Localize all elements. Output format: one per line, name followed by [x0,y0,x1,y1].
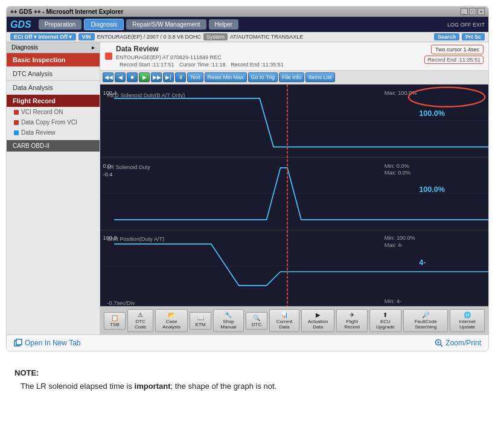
svg-text:LR Solenoid Duty: LR Solenoid Duty [107,164,150,170]
prev-button[interactable]: ◀ [115,72,126,82]
svg-text:4-: 4- [419,258,426,267]
ecu-upgrade-icon: ⬆ [383,312,388,318]
close-button[interactable]: × [477,8,485,15]
logout-text[interactable]: LOG OFF EXIT [447,22,485,28]
items-list-button[interactable]: Items List [305,72,335,82]
maximize-button[interactable]: □ [469,8,476,15]
svg-text:-0.7sec/Div: -0.7sec/Div [107,300,135,306]
window-title: ++ GDS ++ - Microsoft Internet Explorer [10,8,123,15]
current-data-button[interactable]: 📊 Current Data [269,309,299,332]
sidebar-item-vci-record[interactable]: VCI Record ON [7,107,100,117]
file-info-button[interactable]: File Info [279,72,304,82]
nav-tab-helper[interactable]: Helper [209,19,238,30]
vin-button[interactable]: VIN [78,33,95,40]
sidebar-flight-record: Flight Record [7,95,100,107]
sidebar-item-basic-inspection[interactable]: Basic Inspection [7,53,100,67]
data-review-title: Data Review [116,45,284,53]
svg-text:Min: 0.0%: Min: 0.0% [385,163,409,169]
svg-text:Min: 100.0%: Min: 100.0% [385,235,415,241]
content-area: Data Review ENTOURAGE(EP) AT 070629-1118… [100,42,488,334]
sidebar-header: Diagnosis ▸ [7,42,100,53]
tsb-icon: 📋 [111,315,118,321]
svg-text:Max: 0.0%: Max: 0.0% [385,170,410,176]
note-text: The LR solenoid elapsed time is importan… [14,380,481,392]
data-review-right: Two cursor 1.4sec Record End :11:35:51 [424,45,484,64]
pause-button[interactable]: ⏸ [175,72,186,82]
zoom-print-icon [435,339,443,347]
svg-text:Min: 4-: Min: 4- [385,298,401,304]
graph-svg: RED Solenoid Duty(B A/T Only) 100.4 Max:… [100,85,488,306]
flight-record-button[interactable]: ✈ Flight Record [336,309,367,332]
carb-obd-label: CARB OBD-II [7,140,100,152]
nav-tab-management[interactable]: Repair/S/W Management [126,19,206,30]
current-data-icon: 📊 [281,312,288,318]
svg-text:100.4: 100.4 [103,90,117,96]
nav-tab-preparation[interactable]: Preparation [39,19,82,30]
actuation-data-icon: ▶ [316,312,321,318]
reset-min-max-button[interactable]: Reset Min Max [205,72,247,82]
fast-forward-button[interactable]: ▶▶ [151,72,162,82]
sidebar-item-data-analysis[interactable]: Data Analysis [7,81,100,95]
window-titlebar: ++ GDS ++ - Microsoft Internet Explorer … [7,7,488,17]
data-review-times: Record Start :11:17:51 Cursor Time :11:1… [116,62,284,68]
sub-nav: ECI Off ▾ Internet Off ▾ VIN ENTOURAGE(E… [7,32,488,42]
graph-container: RED Solenoid Duty(B A/T Only) 100.4 Max:… [100,85,488,306]
note-section: NOTE: The LR solenoid elapsed time is im… [6,361,489,398]
skip-back-button[interactable]: ◀◀ [103,72,113,82]
internet-update-button[interactable]: 🌐 Internet Update [450,309,485,332]
tsb-button[interactable]: 📋 TSB [104,312,126,330]
print-button[interactable]: Prt Sc [462,33,485,40]
playback-toolbar: ◀◀ ◀ ■ ▶ ▶▶ ▶| ⏸ Text Reset Min Max Go t… [100,71,488,85]
fault-code-button[interactable]: 🔎 FaultCode Searching [403,309,448,332]
svg-text:100.0: 100.0 [103,235,117,241]
case-analysis-icon: 📂 [168,312,175,318]
shop-manual-icon: 🔧 [225,312,232,318]
data-copy-icon [14,120,19,125]
main-layout: Diagnosis ▸ Basic Inspection DTC Analysi… [7,42,488,334]
data-review-header: Data Review ENTOURAGE(EP) AT 070629-1118… [100,42,488,71]
actuation-data-button[interactable]: ▶ Actuation Data [301,309,334,332]
graph-label-1: RED Solenoid Duty(B A/T Only) [107,92,185,98]
sidebar-header-icon: ▸ [92,44,95,51]
play-button[interactable]: ▶ [139,72,150,82]
minimize-button[interactable]: _ [461,8,468,15]
sidebar-item-data-review[interactable]: Data Review [7,127,100,138]
etm-button[interactable]: 📖 ETM [190,312,211,330]
window-controls[interactable]: _ □ × [461,8,485,15]
data-review-left: Data Review ENTOURAGE(EP) AT 070629-1118… [105,45,284,68]
system-button[interactable]: System [203,33,228,40]
sidebar-item-data-copy[interactable]: Data Copy From VCI [7,117,100,127]
goto-trig-button[interactable]: Go to Trig [248,72,278,82]
ecu-upgrade-button[interactable]: ⬆ ECU Upgrade [369,309,401,332]
skip-forward-button[interactable]: ▶| [163,72,174,82]
two-cursor-box: Two cursor 1.4sec [431,45,484,54]
open-new-tab-button[interactable]: Open In New Tab [14,339,81,347]
open-new-tab-icon [14,339,22,347]
note-label: NOTE: [14,367,481,379]
data-review-info-block: Data Review ENTOURAGE(EP) AT 070629-1118… [116,45,284,68]
note-text-after: ; the shape of the graph is not. [171,382,277,391]
svg-line-27 [441,345,443,347]
dtc-code-icon: ⚠ [138,312,143,318]
eci-button[interactable]: ECI Off ▾ Internet Off ▾ [10,33,76,40]
case-analysis-button[interactable]: 📂 Case Analysis [155,309,188,332]
dtc-button[interactable]: 🔍 DTC [246,312,267,330]
sidebar: Diagnosis ▸ Basic Inspection DTC Analysi… [7,42,100,334]
sidebar-item-dtc-analysis[interactable]: DTC Analysis [7,67,100,81]
data-review-icon-dot [14,130,19,135]
shop-manual-button[interactable]: 🔧 Shop Manual [213,309,244,332]
sidebar-header-label: Diagnosis [11,44,38,51]
svg-rect-25 [16,339,22,345]
zoom-print-button[interactable]: Zoom/Print [435,339,481,347]
search-button[interactable]: Search [434,33,459,40]
svg-text:100.0%: 100.0% [419,185,445,194]
nav-tab-diagnosis[interactable]: Diagnosis [84,19,124,30]
svg-text:0.0: 0.0 [103,163,111,169]
text-button[interactable]: Text [187,72,203,82]
transmission-info: AT/AUTOMATIC TRANSAXLE [230,34,303,40]
stop-button[interactable]: ■ [127,72,138,82]
data-review-red-icon [105,53,112,60]
dtc-code-button[interactable]: ⚠ DTC Code [127,309,153,332]
svg-text:100.0%: 100.0% [419,109,445,118]
vci-record-icon [14,110,19,115]
